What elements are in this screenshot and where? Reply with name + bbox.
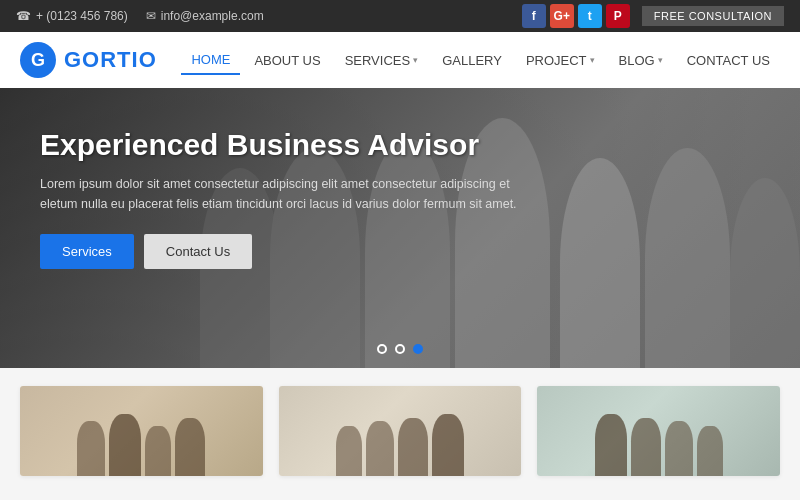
nav-contact[interactable]: CONTACT US [677, 47, 780, 74]
facebook-button[interactable]: f [522, 4, 546, 28]
card-1-person-4 [175, 418, 205, 476]
card-2 [279, 386, 522, 476]
services-button[interactable]: Services [40, 234, 134, 269]
topbar-contact-info: ☎ + (0123 456 786) ✉ info@example.com [16, 9, 264, 23]
card-3-person-1 [595, 414, 627, 476]
blog-dropdown-icon: ▾ [658, 55, 663, 65]
nav-project[interactable]: PROJECT ▾ [516, 47, 605, 74]
carousel-dots [377, 344, 423, 354]
hero-content: Experienced Business Advisor Lorem ipsum… [0, 88, 800, 269]
hero-title: Experienced Business Advisor [40, 128, 760, 162]
carousel-dot-3[interactable] [413, 344, 423, 354]
nav-blog[interactable]: BLOG ▾ [609, 47, 673, 74]
free-consultation-button[interactable]: FREE CONSULTAION [642, 6, 784, 26]
nav-home[interactable]: HOME [181, 46, 240, 75]
card-2-person-4 [432, 414, 464, 476]
email-info: ✉ info@example.com [146, 9, 264, 23]
contact-us-button[interactable]: Contact Us [144, 234, 252, 269]
twitter-button[interactable]: t [578, 4, 602, 28]
card-1-image [20, 386, 263, 476]
card-3-person-2 [631, 418, 661, 476]
services-dropdown-icon: ▾ [413, 55, 418, 65]
nav-about[interactable]: ABOUT US [244, 47, 330, 74]
card-2-person-1 [336, 426, 362, 476]
card-1-people [20, 406, 263, 476]
google-plus-button[interactable]: G+ [550, 4, 574, 28]
card-3-people [537, 406, 780, 476]
cards-section [0, 368, 800, 494]
carousel-dot-1[interactable] [377, 344, 387, 354]
project-dropdown-icon: ▾ [590, 55, 595, 65]
phone-icon: ☎ [16, 9, 31, 23]
email-icon: ✉ [146, 9, 156, 23]
card-3-image [537, 386, 780, 476]
card-1-person-3 [145, 426, 171, 476]
card-1 [20, 386, 263, 476]
hero-section: Experienced Business Advisor Lorem ipsum… [0, 88, 800, 368]
card-3 [537, 386, 780, 476]
nav-services[interactable]: SERVICES ▾ [335, 47, 429, 74]
card-2-people [279, 406, 522, 476]
nav-gallery[interactable]: GALLERY [432, 47, 512, 74]
phone-number: + (0123 456 786) [36, 9, 128, 23]
header: G GORTIO HOME ABOUT US SERVICES ▾ GALLER… [0, 32, 800, 88]
hero-description: Lorem ipsum dolor sit amet consectetur a… [40, 174, 520, 214]
phone-info: ☎ + (0123 456 786) [16, 9, 128, 23]
logo-letter: G [31, 50, 45, 71]
card-2-person-3 [398, 418, 428, 476]
card-1-person-2 [109, 414, 141, 476]
email-address: info@example.com [161, 9, 264, 23]
topbar-right: f G+ t P FREE CONSULTAION [522, 4, 784, 28]
carousel-dot-2[interactable] [395, 344, 405, 354]
hero-buttons: Services Contact Us [40, 234, 760, 269]
card-2-person-2 [366, 421, 394, 476]
pinterest-button[interactable]: P [606, 4, 630, 28]
card-2-image [279, 386, 522, 476]
card-3-person-4 [697, 426, 723, 476]
main-nav: HOME ABOUT US SERVICES ▾ GALLERY PROJECT… [181, 46, 780, 75]
logo-icon: G [20, 42, 56, 78]
card-3-person-3 [665, 421, 693, 476]
topbar: ☎ + (0123 456 786) ✉ info@example.com f … [0, 0, 800, 32]
card-1-person-1 [77, 421, 105, 476]
logo-text: GORTIO [64, 47, 157, 73]
logo[interactable]: G GORTIO [20, 42, 157, 78]
